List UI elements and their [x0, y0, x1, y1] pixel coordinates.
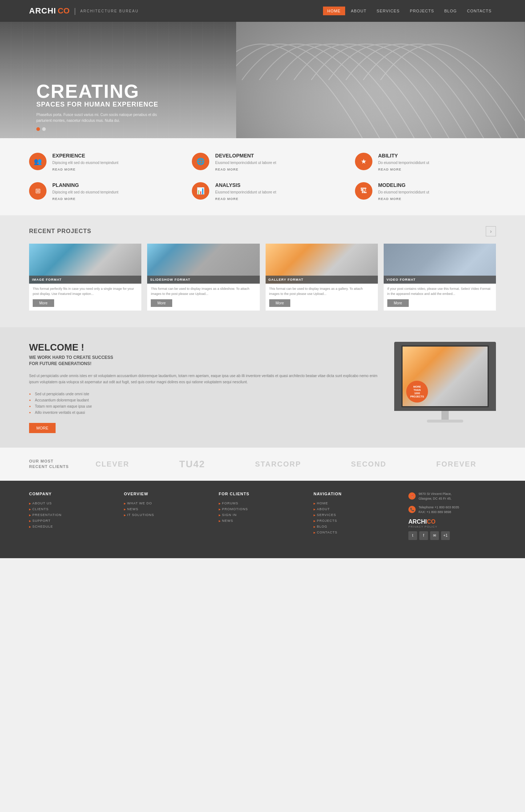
feature-desc-development: Eiusmod temporincididunt ut labore et	[215, 160, 276, 165]
clients-logos: CLEVERTU42STARCORPSECONDFOREVER	[76, 459, 496, 470]
welcome-more-button[interactable]: More	[29, 423, 56, 433]
social-btn-2[interactable]: ✉	[430, 531, 439, 540]
features-section: 👥 EXPERIENCE Dipiscing elit sed do eiusm…	[0, 138, 525, 215]
footer-col-2: FOR CLIENTSFORUMSPROMOTIONSSIGN INNEWS	[219, 492, 306, 540]
feature-readmore-experience[interactable]: READ MORE	[52, 168, 118, 171]
project-label-2: GALLERY FORMAT	[266, 276, 378, 284]
monitor: MORETHAN1000PROJECTS	[394, 342, 496, 423]
footer-link-about[interactable]: ABOUT	[314, 506, 401, 512]
header: ARCHICO | Architecture Bureau HOMEABOUTS…	[0, 0, 525, 22]
footer-col-0: COMPANYABOUT USCLIENTSPRESENTATIONSUPPOR…	[29, 492, 117, 540]
feature-analysis: 📊 ANALYSIS Eiusmod temporincididunt ut l…	[192, 182, 333, 201]
project-card-3: VIDEO FORMAT If your post contains video…	[384, 244, 496, 311]
social-btn-1[interactable]: f	[419, 531, 428, 540]
footer-address: 9870 St Vincent Place,Glasgow, DC 45 Fr …	[419, 492, 452, 501]
footer-privacy-policy[interactable]: PRIVACY POLICY	[408, 525, 496, 528]
monitor-screen: MORETHAN1000PROJECTS	[401, 345, 489, 407]
footer-link-projects[interactable]: PROJECTS	[314, 518, 401, 524]
footer-link-support[interactable]: SUPPORT	[29, 518, 117, 524]
hero-subtitle: SPACES FOR HUMAN EXPERIENCE	[36, 101, 167, 108]
project-more-button-0[interactable]: More	[33, 299, 54, 307]
project-image-1: SLIDESHOW FORMAT	[147, 244, 259, 284]
project-more-button-2[interactable]: More	[269, 299, 291, 307]
footer-link-sign-in[interactable]: SIGN IN	[219, 512, 306, 518]
monitor-base	[394, 411, 496, 423]
footer-link-presentation[interactable]: PRESENTATION	[29, 512, 117, 518]
location-icon: 📍	[408, 492, 416, 500]
grid-icon: ⊞	[29, 182, 47, 200]
footer-link-blog[interactable]: BLOG	[314, 524, 401, 529]
footer: COMPANYABOUT USCLIENTSPRESENTATIONSUPPOR…	[0, 481, 525, 558]
client-logo-tu42: TU42	[179, 459, 205, 470]
nav-item-contacts[interactable]: CONTACTS	[463, 7, 496, 15]
nav-item-services[interactable]: SERVICES	[372, 7, 404, 15]
footer-link-schedule[interactable]: SCHEDULE	[29, 524, 117, 529]
hero-dot-2[interactable]	[42, 127, 46, 131]
welcome-image-wrapper: MORETHAN1000PROJECTS	[394, 342, 496, 423]
footer-brand: ARCHICO PRIVACY POLICY	[408, 519, 496, 528]
feature-development: 🌐 DEVELOPMENT Eiusmod temporincididunt u…	[192, 153, 333, 171]
footer-link-promotions[interactable]: PROMOTIONS	[219, 506, 306, 512]
feature-desc-experience: Dipiscing elit sed do eiusmod tempindunt	[52, 160, 118, 165]
nav-item-about[interactable]: ABOUT	[347, 7, 371, 15]
chart-icon: 📊	[192, 182, 209, 200]
welcome-list-item: Aillo inventore veritatis et quasi	[29, 409, 380, 416]
nav-item-blog[interactable]: BLOG	[440, 7, 461, 15]
logo: ARCHICO | Architecture Bureau	[29, 6, 139, 16]
clients-label: OUR MOSTRECENT CLIENTS	[29, 459, 69, 470]
footer-link-forums[interactable]: FORUMS	[219, 500, 306, 506]
feature-desc-planning: Dipiscing elit sed do eiusmod tempindunt	[52, 189, 118, 195]
feature-readmore-ability[interactable]: READ MORE	[378, 168, 429, 171]
feature-readmore-modeling[interactable]: READ MORE	[378, 197, 429, 201]
project-more-button-3[interactable]: More	[387, 299, 409, 307]
feature-title-analysis: ANALYSIS	[215, 182, 276, 188]
footer-link-it-solutions[interactable]: IT SOLUTIONS	[124, 512, 211, 518]
star-icon: ★	[355, 153, 372, 170]
project-image-0: IMAGE FORMAT	[29, 244, 141, 284]
footer-link-about-us[interactable]: ABOUT US	[29, 500, 117, 506]
hero-section: CREATING SPACES FOR HUMAN EXPERIENCE Pha…	[0, 22, 525, 138]
footer-link-home[interactable]: HOME	[314, 500, 401, 506]
welcome-subtitle: WE WORK HARD TO CREATE SUCCESSFOR FUTURE…	[29, 355, 380, 367]
projects-next-arrow[interactable]: ›	[486, 226, 496, 236]
footer-link-news[interactable]: NEWS	[124, 506, 211, 512]
project-label-0: IMAGE FORMAT	[29, 276, 141, 284]
project-image-2: GALLERY FORMAT	[266, 244, 378, 284]
footer-link-news[interactable]: NEWS	[219, 518, 306, 524]
footer-social: tf✉+1	[408, 531, 496, 540]
feature-readmore-development[interactable]: READ MORE	[215, 168, 276, 171]
welcome-section: WELCOME ! WE WORK HARD TO CREATE SUCCESS…	[0, 327, 525, 448]
project-card-0: IMAGE FORMAT This format perfectly fits …	[29, 244, 141, 311]
feature-readmore-analysis[interactable]: READ MORE	[215, 197, 276, 201]
feature-modeling: 🏗 MODELING Do eiusmod temporincididunt u…	[355, 182, 496, 201]
footer-link-services[interactable]: SERVICES	[314, 512, 401, 518]
social-btn-0[interactable]: t	[408, 531, 417, 540]
footer-address-item: 📍 9870 St Vincent Place,Glasgow, DC 45 F…	[408, 492, 496, 501]
footer-link-what-we-do[interactable]: WHAT WE DO	[124, 500, 211, 506]
client-logo-second: SECOND	[351, 460, 387, 468]
welcome-list-item: Totam rem aperiam eaque ipsa use	[29, 403, 380, 409]
feature-title-planning: PLANNING	[52, 182, 118, 188]
nav-item-home[interactable]: HOME	[323, 7, 345, 15]
main-nav: HOMEABOUTSERVICESPROJECTSBLOGCONTACTS	[323, 7, 496, 15]
hero-title: CREATING	[36, 82, 167, 101]
projects-grid: IMAGE FORMAT This format perfectly fits …	[29, 244, 496, 311]
footer-link-contacts[interactable]: CONTACTS	[314, 529, 401, 535]
logo-subtitle: Architecture Bureau	[80, 9, 139, 13]
project-image-3: VIDEO FORMAT	[384, 244, 496, 284]
project-label-3: VIDEO FORMAT	[384, 276, 496, 284]
project-more-button-1[interactable]: More	[151, 299, 172, 307]
feature-readmore-planning[interactable]: READ MORE	[52, 197, 118, 201]
hero-dot-1[interactable]	[36, 127, 40, 131]
globe-icon: 🌐	[192, 153, 209, 170]
welcome-text: Sed ut perspiciatis unde omnis istes err…	[29, 373, 380, 385]
logo-sep: |	[74, 7, 76, 15]
hero-text: Phasellus porta. Fusce susct varius mi. …	[36, 112, 167, 124]
nav-item-projects[interactable]: PROJECTS	[405, 7, 439, 15]
social-btn-3[interactable]: +1	[441, 531, 450, 540]
footer-link-clients[interactable]: CLIENTS	[29, 506, 117, 512]
project-desc-2: This format can be used to display image…	[266, 284, 378, 299]
project-desc-3: If your post contains video, please use …	[384, 284, 496, 299]
projects-header: RECENT PROJECTS ›	[29, 226, 496, 236]
clients-section: OUR MOSTRECENT CLIENTS CLEVERTU42STARCOR…	[0, 448, 525, 481]
